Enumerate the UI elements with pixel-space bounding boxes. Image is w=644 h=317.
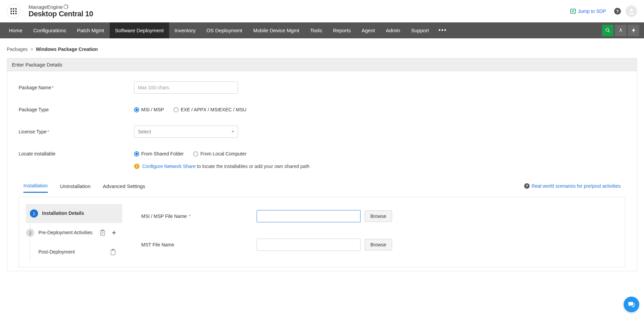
sdp-icon (570, 8, 576, 14)
brand-line2: Desktop Central 10 (29, 10, 93, 18)
nav-software-deployment[interactable]: Software Deployment (110, 22, 169, 38)
svg-rect-1 (13, 8, 14, 10)
radio-label: From Local Computer (200, 151, 246, 156)
step-pre-deployment[interactable]: 2 Pre-Deployment Activities + (30, 223, 122, 243)
msi-browse-button[interactable]: Browse (365, 210, 392, 222)
panel-title: Enter Package Details (7, 58, 637, 71)
help-icon[interactable]: ? (614, 8, 621, 15)
locate-installable-label: Locate installable (19, 151, 134, 156)
hint-text: to locate the installables or add your o… (197, 164, 310, 169)
mst-browse-button[interactable]: Browse (365, 239, 392, 250)
tab-installation[interactable]: Installation (23, 179, 48, 193)
radio-label: From Shared Folder (141, 151, 184, 156)
product-logo: ManageEngine Desktop Central 10 (29, 4, 93, 18)
mst-file-label: MST File Name (141, 242, 257, 247)
radio-unchecked-icon (173, 107, 179, 112)
step-title: Pre-Deployment Activities (38, 229, 99, 236)
nav-reports[interactable]: Reports (328, 22, 356, 38)
configure-network-share-link[interactable]: Configure Network Share (142, 164, 196, 169)
msi-file-label: MSI / MSP File Name * (141, 213, 257, 219)
mst-file-input[interactable] (257, 239, 361, 251)
svg-rect-4 (13, 11, 14, 12)
search-icon (605, 27, 611, 33)
svg-rect-8 (15, 13, 17, 14)
step-title: Installation Details (42, 210, 118, 217)
install-tabs: Installation Uninstallation Advanced Set… (19, 179, 625, 193)
svg-line-12 (608, 31, 610, 33)
tab-advanced-settings[interactable]: Advanced Settings (103, 180, 145, 192)
bolt-icon (631, 27, 637, 33)
svg-rect-2 (15, 8, 17, 10)
locate-shared-radio[interactable]: From Shared Folder (134, 151, 184, 156)
nav-admin[interactable]: Admin (380, 22, 406, 38)
package-name-input[interactable] (134, 81, 238, 94)
license-type-select[interactable]: Select (134, 126, 238, 138)
nav-os-deployment[interactable]: OS Deployment (201, 22, 248, 38)
svg-point-11 (606, 29, 609, 32)
question-icon: ? (524, 183, 530, 189)
wizard-form: MSI / MSP File Name * Browse MST File Na… (122, 197, 625, 267)
svg-point-10 (630, 9, 632, 11)
step-title: Post-Deployment (38, 249, 110, 256)
warning-icon: ! (134, 164, 140, 169)
breadcrumb: Packages > Windows Package Creation (7, 46, 637, 52)
svg-rect-0 (11, 8, 12, 10)
clipboard-icon (110, 249, 116, 256)
radio-checked-icon (134, 151, 139, 156)
radio-label: EXE / APPX / MSIEXEC / MSU (181, 107, 246, 112)
step-number-1: 1 (30, 209, 38, 218)
radio-unchecked-icon (193, 151, 198, 156)
breadcrumb-parent[interactable]: Packages (7, 46, 27, 52)
nav-search-button[interactable] (602, 25, 613, 36)
app-launcher-button[interactable] (7, 4, 20, 18)
svg-rect-6 (11, 13, 12, 14)
logo-ring-icon (63, 4, 68, 9)
nav-configurations[interactable]: Configurations (28, 22, 72, 38)
nav-home[interactable]: Home (3, 22, 28, 38)
radio-label: MSI / MSP (141, 107, 164, 112)
breadcrumb-current: Windows Package Creation (36, 46, 98, 52)
add-activity-button[interactable]: + (112, 228, 116, 237)
user-icon (628, 7, 635, 15)
svg-rect-7 (13, 13, 14, 14)
wizard-steps: 1 Installation Details 2 Pre-Deployment … (26, 204, 122, 267)
step-number-2: 2 (26, 229, 34, 237)
brand-line1: ManageEngine (29, 4, 63, 10)
step-post-deployment[interactable]: 3 Post-Deployment (30, 243, 122, 262)
page-content: Packages > Windows Package Creation Ente… (0, 38, 644, 271)
chevron-down-icon (232, 131, 234, 134)
nav-notifications-button[interactable] (615, 25, 626, 36)
grid-icon (11, 8, 17, 14)
main-nav: Home Configurations Patch Mgmt Software … (0, 22, 644, 38)
nav-more-button[interactable]: ••• (435, 22, 451, 38)
nav-tools[interactable]: Tools (305, 22, 328, 38)
package-name-label: Package Name* (19, 85, 134, 90)
package-type-exe-radio[interactable]: EXE / APPX / MSIEXEC / MSU (173, 107, 246, 112)
tab-uninstallation[interactable]: Uninstallation (60, 180, 91, 192)
nav-support[interactable]: Support (406, 22, 435, 38)
locate-local-radio[interactable]: From Local Computer (193, 151, 246, 156)
user-avatar[interactable] (626, 5, 637, 17)
jump-link-text: Jump to SDP (578, 8, 606, 14)
nav-patch[interactable]: Patch Mgmt (72, 22, 110, 38)
nav-quick-action-button[interactable] (628, 25, 639, 36)
select-placeholder: Select (138, 129, 151, 134)
rocket-icon (618, 27, 624, 33)
nav-mdm[interactable]: Mobile Device Mgmt (248, 22, 305, 38)
nav-agent[interactable]: Agent (356, 22, 380, 38)
jump-to-sdp-link[interactable]: Jump to SDP (570, 8, 606, 14)
package-type-label: Package Type (19, 107, 134, 112)
step-installation-details[interactable]: 1 Installation Details (26, 204, 122, 223)
svg-rect-5 (15, 11, 17, 12)
package-type-msi-radio[interactable]: MSI / MSP (134, 107, 164, 112)
nav-inventory[interactable]: Inventory (169, 22, 201, 38)
radio-checked-icon (134, 107, 139, 112)
license-type-label: License Type* (19, 129, 134, 134)
network-share-hint: ! Configure Network Share to locate the … (134, 164, 625, 169)
scenarios-help-link[interactable]: ? Real world scenarios for pre/post acti… (524, 183, 621, 189)
msi-file-input[interactable] (257, 210, 361, 222)
installation-wizard: 1 Installation Details 2 Pre-Deployment … (19, 197, 625, 267)
clipboard-icon (99, 229, 106, 236)
scenarios-link-text: Real world scenarios for pre/post activi… (532, 183, 621, 189)
package-details-panel: Enter Package Details Package Name* Pack… (7, 58, 637, 271)
